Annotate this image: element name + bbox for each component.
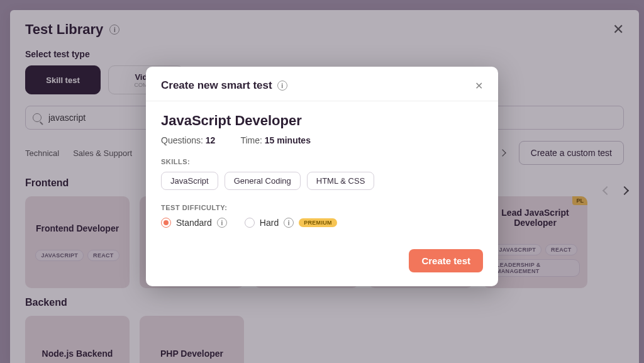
close-icon[interactable]: ✕ xyxy=(475,80,483,92)
skills-label: SKILLS: xyxy=(161,158,483,165)
radio-icon xyxy=(161,218,171,228)
create-smart-test-modal: Create new smart test i ✕ JavaScript Dev… xyxy=(146,67,498,286)
difficulty-standard[interactable]: Standard i xyxy=(161,218,227,228)
skill-chip[interactable]: General Coding xyxy=(225,172,301,190)
questions-meta: Questions: 12 xyxy=(161,135,215,145)
skill-chip[interactable]: JavaScript xyxy=(161,172,218,190)
info-icon[interactable]: i xyxy=(217,218,227,228)
modal-title: Create new smart test xyxy=(161,79,272,92)
premium-badge: PREMIUM xyxy=(299,218,337,227)
radio-icon xyxy=(245,218,255,228)
role-title: JavaScript Developer xyxy=(161,113,483,129)
skill-chip[interactable]: HTML & CSS xyxy=(307,172,375,190)
difficulty-label: TEST DIFFICULTY: xyxy=(161,204,483,211)
difficulty-hard[interactable]: Hard i PREMIUM xyxy=(245,218,337,228)
info-icon[interactable]: i xyxy=(284,218,294,228)
create-test-button[interactable]: Create test xyxy=(409,249,483,272)
time-meta: Time: 15 minutes xyxy=(240,135,311,145)
info-icon[interactable]: i xyxy=(277,81,287,91)
